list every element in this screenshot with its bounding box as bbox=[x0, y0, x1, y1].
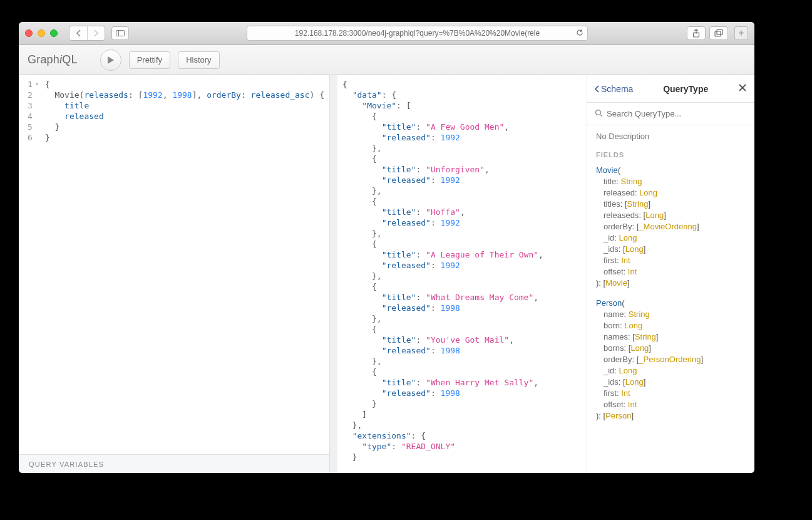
query-variables-bar[interactable]: QUERY VARIABLES bbox=[19, 454, 329, 473]
reload-icon[interactable] bbox=[576, 29, 583, 38]
workspace: 1 2 3 4 5 6 { Movie(releaseds: [1992, 19… bbox=[19, 75, 754, 473]
browser-window: 192.168.178.28:3000/neo4j-graphiql?query… bbox=[19, 22, 754, 473]
docs-field-movie[interactable]: Movie(title: Stringreleased: Longtitles:… bbox=[596, 165, 746, 289]
nav-back-forward bbox=[69, 26, 105, 41]
docs-pane: Schema QueryType No Description FIELDS M… bbox=[587, 75, 754, 473]
svg-rect-4 bbox=[717, 30, 722, 35]
execute-button[interactable] bbox=[100, 49, 121, 71]
tabs-button[interactable] bbox=[709, 26, 728, 40]
maximize-window-button[interactable] bbox=[50, 29, 58, 37]
url-text: 192.168.178.28:3000/neo4j-graphiql?query… bbox=[295, 29, 540, 38]
docs-header: Schema QueryType bbox=[587, 75, 754, 103]
sidebar-toggle-button[interactable] bbox=[111, 26, 129, 40]
forward-button[interactable] bbox=[87, 26, 105, 40]
svg-rect-3 bbox=[715, 31, 721, 36]
docs-close-button[interactable] bbox=[738, 83, 747, 95]
search-icon bbox=[595, 108, 603, 120]
svg-rect-0 bbox=[116, 31, 125, 36]
query-editor[interactable]: 1 2 3 4 5 6 { Movie(releaseds: [1992, 19… bbox=[19, 75, 329, 454]
docs-fields-label: FIELDS bbox=[596, 151, 746, 159]
docs-search-input[interactable] bbox=[607, 109, 747, 118]
docs-search[interactable] bbox=[587, 103, 754, 125]
docs-back-button[interactable]: Schema bbox=[595, 84, 633, 94]
close-window-button[interactable] bbox=[25, 29, 33, 37]
svg-line-6 bbox=[600, 115, 602, 117]
line-gutter: 1 2 3 4 5 6 bbox=[19, 75, 36, 454]
query-code[interactable]: { Movie(releaseds: [1992, 1998], orderBy… bbox=[36, 75, 329, 454]
share-button[interactable] bbox=[687, 26, 706, 40]
docs-title: QueryType bbox=[637, 84, 734, 94]
minimize-window-button[interactable] bbox=[38, 29, 45, 37]
docs-no-description: No Description bbox=[596, 132, 746, 141]
prettify-button[interactable]: Prettify bbox=[129, 51, 170, 69]
new-tab-button[interactable]: + bbox=[734, 26, 748, 40]
result-pane: { "data": { "Movie": [ { "title": "A Few… bbox=[330, 75, 587, 473]
browser-titlebar: 192.168.178.28:3000/neo4j-graphiql?query… bbox=[19, 22, 754, 45]
svg-point-5 bbox=[596, 110, 601, 115]
query-editor-pane: 1 2 3 4 5 6 { Movie(releaseds: [1992, 19… bbox=[19, 75, 330, 473]
docs-body: No Description FIELDS Movie(title: Strin… bbox=[587, 125, 754, 473]
back-button[interactable] bbox=[69, 26, 87, 40]
result-json[interactable]: { "data": { "Movie": [ { "title": "A Few… bbox=[337, 75, 587, 473]
graphiql-logo: GraphiQL bbox=[28, 53, 78, 66]
graphiql-toolbar: GraphiQL Prettify History bbox=[19, 45, 754, 75]
result-gutter bbox=[330, 75, 337, 473]
docs-field-person[interactable]: Person(name: Stringborn: Longnames: [Str… bbox=[596, 298, 746, 422]
history-button[interactable]: History bbox=[178, 51, 219, 69]
traffic-lights bbox=[25, 29, 58, 37]
toolbar-right: + bbox=[687, 26, 748, 40]
url-bar[interactable]: 192.168.178.28:3000/neo4j-graphiql?query… bbox=[247, 26, 588, 41]
